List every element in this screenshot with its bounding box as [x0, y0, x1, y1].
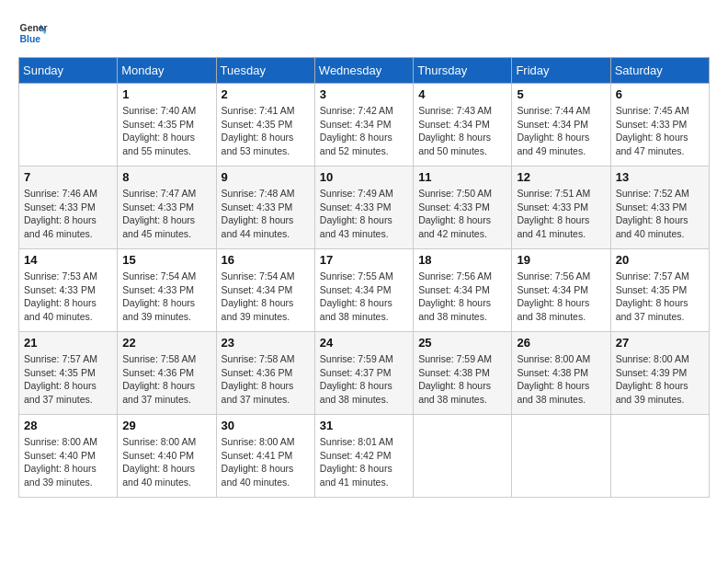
calendar-cell: 30Sunrise: 8:00 AM Sunset: 4:41 PM Dayli…	[216, 415, 314, 498]
day-number: 24	[320, 336, 408, 350]
calendar-cell: 23Sunrise: 7:58 AM Sunset: 4:36 PM Dayli…	[216, 332, 314, 415]
calendar-cell: 16Sunrise: 7:54 AM Sunset: 4:34 PM Dayli…	[216, 249, 314, 332]
day-number: 17	[320, 253, 408, 267]
week-row-3: 14Sunrise: 7:53 AM Sunset: 4:33 PM Dayli…	[19, 249, 710, 332]
svg-text:Blue: Blue	[20, 34, 41, 44]
day-number: 19	[517, 253, 605, 267]
header-row: SundayMondayTuesdayWednesdayThursdayFrid…	[19, 58, 710, 84]
day-info: Sunrise: 7:54 AM Sunset: 4:34 PM Dayligh…	[222, 270, 310, 324]
day-info: Sunrise: 8:00 AM Sunset: 4:41 PM Dayligh…	[222, 435, 310, 489]
calendar-cell: 10Sunrise: 7:49 AM Sunset: 4:33 PM Dayli…	[314, 167, 413, 249]
day-info: Sunrise: 7:49 AM Sunset: 4:33 PM Dayligh…	[320, 187, 408, 241]
day-info: Sunrise: 8:00 AM Sunset: 4:40 PM Dayligh…	[24, 435, 112, 489]
calendar-cell: 29Sunrise: 8:00 AM Sunset: 4:40 PM Dayli…	[118, 415, 216, 498]
day-info: Sunrise: 7:56 AM Sunset: 4:34 PM Dayligh…	[418, 270, 506, 324]
logo-icon: General Blue	[18, 18, 48, 48]
day-number: 20	[616, 253, 704, 267]
logo: General Blue	[18, 18, 48, 48]
day-number: 26	[517, 336, 605, 350]
day-info: Sunrise: 8:01 AM Sunset: 4:42 PM Dayligh…	[320, 435, 408, 489]
calendar-cell: 22Sunrise: 7:58 AM Sunset: 4:36 PM Dayli…	[118, 332, 216, 415]
calendar-cell: 15Sunrise: 7:54 AM Sunset: 4:33 PM Dayli…	[118, 249, 216, 332]
day-number: 3	[320, 87, 408, 101]
calendar-table: SundayMondayTuesdayWednesdayThursdayFrid…	[18, 57, 710, 498]
day-number: 31	[320, 419, 408, 432]
day-number: 11	[418, 170, 506, 184]
weekday-header-thursday: Thursday	[414, 58, 512, 84]
day-info: Sunrise: 7:57 AM Sunset: 4:35 PM Dayligh…	[616, 270, 704, 324]
day-number: 16	[222, 253, 310, 267]
calendar-cell: 7Sunrise: 7:46 AM Sunset: 4:33 PM Daylig…	[19, 167, 118, 249]
week-row-5: 28Sunrise: 8:00 AM Sunset: 4:40 PM Dayli…	[19, 415, 710, 498]
week-row-2: 7Sunrise: 7:46 AM Sunset: 4:33 PM Daylig…	[19, 167, 710, 249]
calendar-cell: 9Sunrise: 7:48 AM Sunset: 4:33 PM Daylig…	[216, 167, 314, 249]
calendar-cell: 8Sunrise: 7:47 AM Sunset: 4:33 PM Daylig…	[118, 167, 216, 249]
day-number: 29	[122, 419, 210, 432]
week-row-1: 1Sunrise: 7:40 AM Sunset: 4:35 PM Daylig…	[19, 84, 710, 167]
weekday-header-friday: Friday	[512, 58, 610, 84]
weekday-header-saturday: Saturday	[610, 58, 709, 84]
calendar-cell: 25Sunrise: 7:59 AM Sunset: 4:38 PM Dayli…	[414, 332, 512, 415]
day-number: 27	[616, 336, 704, 350]
day-number: 5	[517, 87, 605, 101]
calendar-cell	[19, 84, 118, 167]
calendar-cell	[414, 415, 512, 498]
calendar-cell: 18Sunrise: 7:56 AM Sunset: 4:34 PM Dayli…	[414, 249, 512, 332]
day-info: Sunrise: 7:50 AM Sunset: 4:33 PM Dayligh…	[418, 187, 506, 241]
day-info: Sunrise: 7:57 AM Sunset: 4:35 PM Dayligh…	[24, 352, 112, 407]
day-info: Sunrise: 8:00 AM Sunset: 4:39 PM Dayligh…	[616, 352, 704, 407]
day-info: Sunrise: 7:59 AM Sunset: 4:37 PM Dayligh…	[320, 352, 408, 407]
weekday-header-monday: Monday	[118, 58, 216, 84]
day-number: 21	[24, 336, 112, 350]
day-number: 30	[222, 419, 310, 432]
calendar-cell: 5Sunrise: 7:44 AM Sunset: 4:34 PM Daylig…	[512, 84, 610, 167]
day-number: 9	[222, 170, 310, 184]
weekday-header-tuesday: Tuesday	[216, 58, 314, 84]
week-row-4: 21Sunrise: 7:57 AM Sunset: 4:35 PM Dayli…	[19, 332, 710, 415]
day-info: Sunrise: 7:43 AM Sunset: 4:34 PM Dayligh…	[418, 104, 506, 158]
calendar-cell: 1Sunrise: 7:40 AM Sunset: 4:35 PM Daylig…	[118, 84, 216, 167]
day-info: Sunrise: 7:42 AM Sunset: 4:34 PM Dayligh…	[320, 104, 408, 158]
day-info: Sunrise: 7:56 AM Sunset: 4:34 PM Dayligh…	[517, 270, 605, 324]
calendar-cell: 24Sunrise: 7:59 AM Sunset: 4:37 PM Dayli…	[314, 332, 413, 415]
day-number: 6	[616, 87, 704, 101]
day-info: Sunrise: 7:59 AM Sunset: 4:38 PM Dayligh…	[418, 352, 506, 407]
day-number: 7	[24, 170, 112, 184]
day-number: 18	[418, 253, 506, 267]
day-number: 13	[616, 170, 704, 184]
day-info: Sunrise: 7:58 AM Sunset: 4:36 PM Dayligh…	[122, 352, 210, 407]
calendar-cell: 17Sunrise: 7:55 AM Sunset: 4:34 PM Dayli…	[314, 249, 413, 332]
day-number: 15	[122, 253, 210, 267]
calendar-cell: 28Sunrise: 8:00 AM Sunset: 4:40 PM Dayli…	[19, 415, 118, 498]
day-info: Sunrise: 7:53 AM Sunset: 4:33 PM Dayligh…	[24, 270, 112, 324]
day-info: Sunrise: 8:00 AM Sunset: 4:38 PM Dayligh…	[517, 352, 605, 407]
day-info: Sunrise: 7:46 AM Sunset: 4:33 PM Dayligh…	[24, 187, 112, 241]
calendar-cell: 21Sunrise: 7:57 AM Sunset: 4:35 PM Dayli…	[19, 332, 118, 415]
day-number: 23	[222, 336, 310, 350]
calendar-cell: 14Sunrise: 7:53 AM Sunset: 4:33 PM Dayli…	[19, 249, 118, 332]
day-number: 4	[418, 87, 506, 101]
calendar-cell: 4Sunrise: 7:43 AM Sunset: 4:34 PM Daylig…	[414, 84, 512, 167]
day-info: Sunrise: 7:54 AM Sunset: 4:33 PM Dayligh…	[122, 270, 210, 324]
day-number: 8	[122, 170, 210, 184]
calendar-cell: 11Sunrise: 7:50 AM Sunset: 4:33 PM Dayli…	[414, 167, 512, 249]
weekday-header-sunday: Sunday	[19, 58, 118, 84]
day-info: Sunrise: 7:47 AM Sunset: 4:33 PM Dayligh…	[122, 187, 210, 241]
calendar-cell: 13Sunrise: 7:52 AM Sunset: 4:33 PM Dayli…	[610, 167, 709, 249]
day-number: 12	[517, 170, 605, 184]
day-number: 25	[418, 336, 506, 350]
weekday-header-wednesday: Wednesday	[314, 58, 413, 84]
day-info: Sunrise: 7:51 AM Sunset: 4:33 PM Dayligh…	[517, 187, 605, 241]
calendar-cell: 31Sunrise: 8:01 AM Sunset: 4:42 PM Dayli…	[314, 415, 413, 498]
day-number: 14	[24, 253, 112, 267]
day-info: Sunrise: 7:55 AM Sunset: 4:34 PM Dayligh…	[320, 270, 408, 324]
calendar-cell: 6Sunrise: 7:45 AM Sunset: 4:33 PM Daylig…	[610, 84, 709, 167]
day-number: 28	[24, 419, 112, 432]
day-info: Sunrise: 7:40 AM Sunset: 4:35 PM Dayligh…	[122, 104, 210, 158]
day-info: Sunrise: 7:48 AM Sunset: 4:33 PM Dayligh…	[222, 187, 310, 241]
day-number: 1	[122, 87, 210, 101]
header: General Blue	[18, 18, 710, 48]
calendar-cell: 12Sunrise: 7:51 AM Sunset: 4:33 PM Dayli…	[512, 167, 610, 249]
day-info: Sunrise: 7:44 AM Sunset: 4:34 PM Dayligh…	[517, 104, 605, 158]
calendar-cell: 26Sunrise: 8:00 AM Sunset: 4:38 PM Dayli…	[512, 332, 610, 415]
